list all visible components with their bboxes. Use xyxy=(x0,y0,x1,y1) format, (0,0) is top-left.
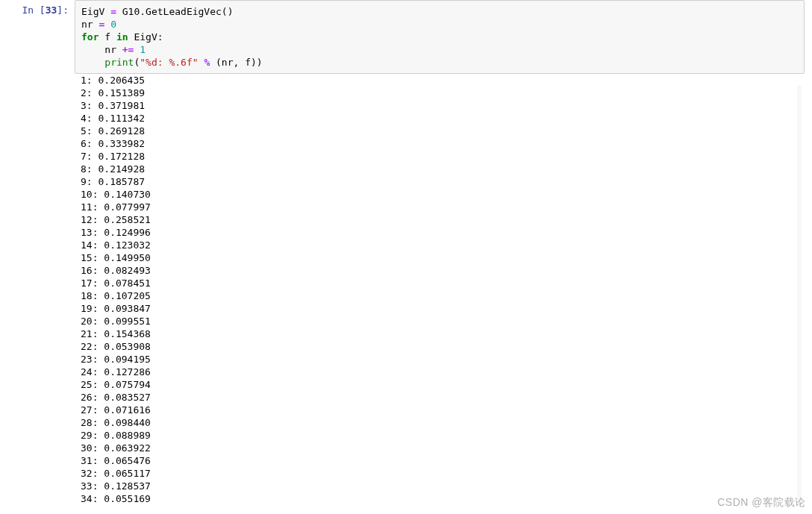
prompt-open-bracket: [ xyxy=(34,4,46,16)
output-cell-row: 1: 0.206435 2: 0.151389 3: 0.371981 4: 0… xyxy=(0,74,812,510)
input-prompt: In [33]: xyxy=(7,0,75,74)
output-text-area: 1: 0.206435 2: 0.151389 3: 0.371981 4: 0… xyxy=(75,74,805,510)
output-scrollbar[interactable] xyxy=(797,85,802,507)
code-input-area[interactable]: EigV = G10.GetLeadEigVec() nr = 0 for f … xyxy=(75,0,805,74)
prompt-number: 33 xyxy=(46,4,57,16)
input-cell-row: In [33]: EigV = G10.GetLeadEigVec() nr =… xyxy=(0,0,812,74)
output-prompt-spacer xyxy=(7,74,75,510)
prompt-close-bracket: ]: xyxy=(57,4,69,16)
prompt-label: In xyxy=(22,4,34,16)
